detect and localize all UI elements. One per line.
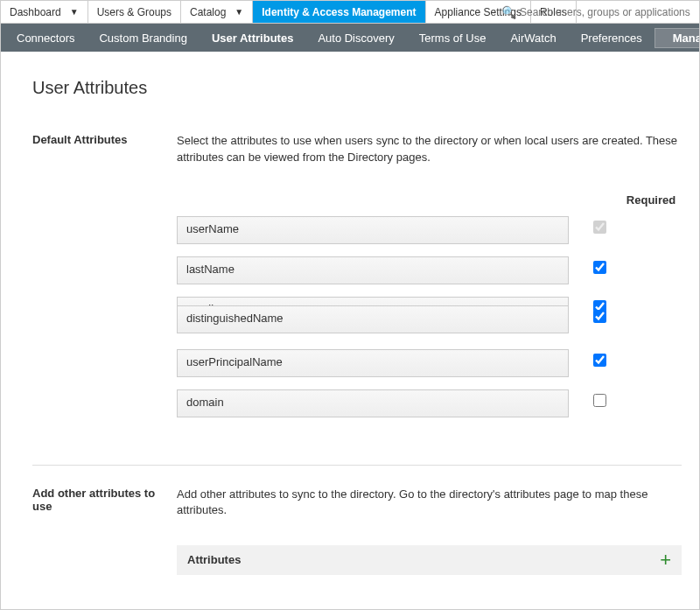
subnav-label: Preferences (581, 32, 642, 45)
tab-label: Users & Groups (97, 6, 172, 18)
manage-wrap: Manage (654, 28, 700, 48)
attr-field: distinguishedName (177, 305, 569, 333)
attr-check-cell (569, 354, 630, 372)
top-nav: Dashboard ▼ Users & Groups Catalog ▼ Ide… (1, 1, 699, 24)
attr-field: userName (177, 216, 569, 244)
subnav-label: Terms of Use (419, 32, 486, 45)
required-checkbox[interactable] (593, 354, 606, 367)
attr-field: userPrincipalName (177, 349, 569, 377)
attr-check-cell (569, 394, 630, 412)
search-wrap: 🔍 (501, 1, 694, 24)
default-attributes-section: Default Attributes Select the attributes… (32, 133, 682, 430)
tab-identity-access[interactable]: Identity & Access Management (253, 1, 425, 23)
required-checkbox[interactable] (593, 310, 606, 323)
required-header: Required (620, 193, 682, 209)
required-checkbox[interactable] (593, 394, 606, 407)
sub-nav: Connectors Custom Branding User Attribut… (1, 24, 699, 52)
tab-label: Catalog (190, 6, 226, 18)
section-desc: Select the attributes to use when users … (177, 133, 682, 166)
subnav-airwatch[interactable]: AirWatch (498, 24, 568, 52)
attr-check-cell (569, 221, 630, 239)
required-checkbox[interactable] (593, 261, 606, 274)
subnav-label: User Attributes (212, 32, 293, 45)
tab-label: Identity & Access Management (262, 6, 416, 18)
subnav-terms-of-use[interactable]: Terms of Use (407, 24, 499, 52)
other-attributes-section: Add other attributes to use Add other at… (32, 487, 682, 610)
subnav-label: AirWatch (510, 32, 556, 45)
attr-row-distinguishedname: distinguishedName (177, 305, 682, 333)
subnav-label: Connectors (17, 32, 74, 45)
required-checkbox[interactable] (593, 221, 606, 234)
attributes-bar: Attributes + (177, 545, 682, 575)
section-body: Select the attributes to use when users … (177, 133, 682, 430)
attr-check-cell (569, 310, 630, 328)
subnav-label: Auto Discovery (318, 32, 394, 45)
subnav-preferences[interactable]: Preferences (569, 24, 654, 52)
chevron-down-icon: ▼ (234, 7, 243, 17)
section-heading: Add other attributes to use (32, 487, 177, 610)
search-icon: 🔍 (501, 5, 516, 19)
section-body: Add other attributes to sync to the dire… (177, 487, 682, 610)
attr-row-domain: domain (177, 389, 682, 417)
tab-catalog[interactable]: Catalog ▼ (181, 1, 253, 23)
chevron-down-icon: ▼ (70, 7, 79, 17)
attr-row-upn: userPrincipalName (177, 349, 682, 377)
attr-row-lastname: lastName (177, 256, 682, 284)
attributes-bar-label: Attributes (187, 552, 241, 569)
attr-overlap-group: email distinguishedName (177, 297, 682, 344)
subnav-auto-discovery[interactable]: Auto Discovery (305, 24, 406, 52)
attr-row-username: userName (177, 216, 682, 244)
search-input[interactable] (520, 6, 694, 18)
tab-label: Dashboard (10, 6, 61, 18)
col-spacer (177, 193, 620, 216)
manage-button[interactable]: Manage (654, 28, 700, 48)
section-desc: Add other attributes to sync to the dire… (177, 487, 682, 520)
attr-field: domain (177, 389, 569, 417)
subnav-user-attributes[interactable]: User Attributes (200, 24, 305, 52)
tab-dashboard[interactable]: Dashboard ▼ (1, 1, 88, 23)
attr-field: lastName (177, 256, 569, 284)
attr-check-cell (569, 261, 630, 279)
subnav-connectors[interactable]: Connectors (4, 24, 87, 52)
section-divider (32, 465, 682, 466)
page-title: User Attributes (32, 78, 682, 98)
subnav-label: Custom Branding (99, 32, 186, 45)
section-heading: Default Attributes (32, 133, 177, 430)
main-content: User Attributes Default Attributes Selec… (1, 52, 699, 610)
subnav-custom-branding[interactable]: Custom Branding (87, 24, 199, 52)
tab-users-groups[interactable]: Users & Groups (88, 1, 181, 23)
add-attribute-icon[interactable]: + (660, 546, 671, 574)
attr-header: Required (177, 193, 682, 216)
